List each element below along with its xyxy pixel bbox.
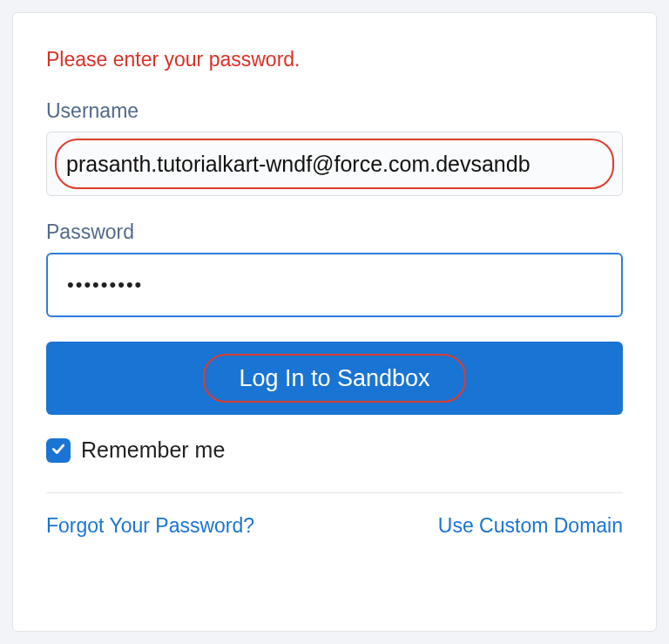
error-message: Please enter your password. — [46, 48, 623, 71]
submit-button-wrap: Log In to Sandbox — [46, 342, 623, 415]
checkmark-icon — [51, 441, 66, 460]
login-card: Please enter your password. Username Pas… — [12, 12, 657, 632]
remember-me-checkbox[interactable] — [46, 438, 71, 463]
remember-me-row: Remember me — [46, 437, 623, 463]
username-input[interactable] — [46, 132, 623, 196]
password-input[interactable] — [46, 253, 623, 317]
divider — [46, 492, 623, 493]
password-label: Password — [46, 220, 623, 244]
custom-domain-link[interactable]: Use Custom Domain — [438, 514, 623, 538]
remember-me-label: Remember me — [81, 437, 225, 463]
login-button[interactable]: Log In to Sandbox — [46, 342, 623, 415]
password-field-wrap — [46, 253, 623, 317]
forgot-password-link[interactable]: Forgot Your Password? — [46, 514, 254, 538]
username-label: Username — [46, 99, 623, 123]
footer-links: Forgot Your Password? Use Custom Domain — [46, 514, 623, 538]
username-field-wrap — [46, 132, 623, 196]
